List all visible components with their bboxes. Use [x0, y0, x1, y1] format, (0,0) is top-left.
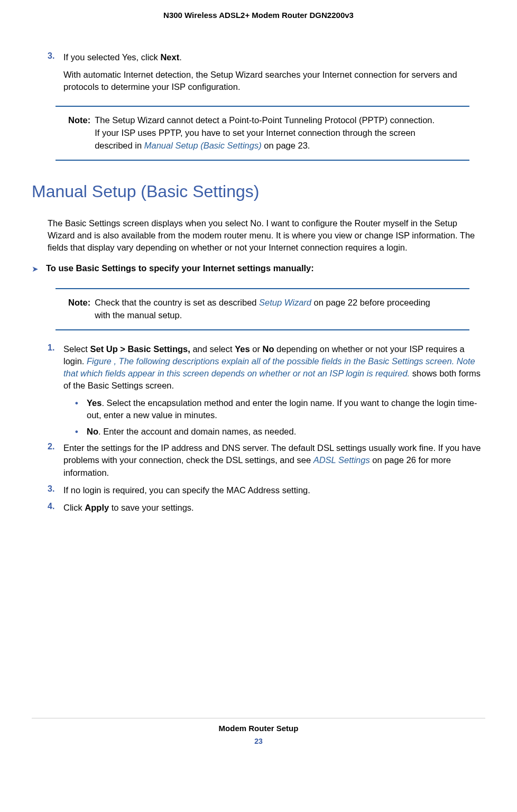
numbered-steps: 1. Select Set Up > Basic Settings, and s…	[32, 343, 485, 514]
step-marker: 4.	[48, 502, 54, 511]
task-heading: ➤ To use Basic Settings to specify your …	[32, 263, 485, 275]
text-fragment: to save your settings.	[109, 503, 194, 512]
link-setup-wizard[interactable]: Setup Wizard	[259, 298, 311, 307]
text-fragment: Select	[63, 344, 90, 354]
bullet-no: No. Enter the account and domain names, …	[75, 426, 485, 438]
arrow-icon: ➤	[32, 263, 39, 275]
text-bold: Next	[160, 52, 179, 62]
step-text: Enter the settings for the IP address an…	[63, 442, 485, 478]
text-fragment: .	[179, 52, 182, 62]
bullet-list: Yes. Select the encapsulation method and…	[63, 397, 485, 438]
note-block-2: Note: Check that the country is set as d…	[56, 288, 469, 330]
step-text: If no login is required, you can specify…	[63, 484, 485, 496]
step-marker: 1.	[48, 343, 54, 353]
step-3: 3. If no login is required, you can spec…	[48, 484, 485, 496]
text-fragment: on page 23.	[262, 141, 310, 150]
link-adsl-settings[interactable]: ADSL Settings	[313, 455, 370, 465]
text-bold: No	[87, 427, 98, 436]
footer-title: Modem Router Setup	[32, 724, 485, 733]
task-text: To use Basic Settings to specify your In…	[46, 263, 314, 273]
step-text: With automatic Internet detection, the S…	[63, 69, 485, 93]
text-fragment: or	[250, 344, 263, 354]
text-bold: No	[263, 344, 274, 354]
continuation-list: 3. If you selected Yes, click Next. With…	[32, 51, 485, 93]
text-bold: Apply	[85, 503, 109, 512]
bullet-yes: Yes. Select the encapsulation method and…	[75, 397, 485, 421]
section-intro: The Basic Settings screen displays when …	[48, 217, 485, 254]
step-3-prev: 3. If you selected Yes, click Next. With…	[48, 51, 485, 93]
text-bold: Yes	[87, 398, 101, 408]
text-bold: Yes	[235, 344, 250, 354]
note-block-1: Note: The Setup Wizard cannot detect a P…	[56, 106, 469, 161]
text-fragment: If you selected Yes, click	[63, 52, 160, 62]
page-footer: Modem Router Setup 23	[32, 718, 485, 745]
step-marker: 3.	[48, 484, 54, 494]
step-text: Click Apply to save your settings.	[63, 502, 485, 514]
note-text: The Setup Wizard cannot detect a Point-t…	[95, 114, 457, 152]
page-number: 23	[32, 737, 485, 745]
section-heading: Manual Setup (Basic Settings)	[32, 182, 485, 201]
step-4: 4. Click Apply to save your settings.	[48, 502, 485, 514]
text-fragment: . Enter the account and domain names, as…	[98, 427, 296, 436]
text-fragment: Click	[63, 503, 85, 512]
step-1: 1. Select Set Up > Basic Settings, and s…	[48, 343, 485, 438]
step-text: Select Set Up > Basic Settings, and sele…	[63, 343, 485, 392]
note-label: Note:	[68, 114, 90, 152]
step-marker: 3.	[48, 51, 54, 61]
text-fragment: and select	[190, 344, 235, 354]
text-fragment: Check that the country is set as describ…	[95, 298, 259, 307]
step-text: If you selected Yes, click Next.	[63, 51, 485, 63]
link-manual-setup[interactable]: Manual Setup (Basic Settings)	[144, 141, 262, 150]
note-label: Note:	[68, 297, 90, 322]
text-bold: Set Up > Basic Settings,	[90, 344, 190, 354]
note-text: Check that the country is set as describ…	[95, 297, 457, 322]
text-fragment: . Select the encapsulation method and en…	[87, 398, 477, 420]
step-marker: 2.	[48, 442, 54, 451]
step-2: 2. Enter the settings for the IP address…	[48, 442, 485, 478]
header-title: N300 Wireless ADSL2+ Modem Router DGN220…	[32, 11, 485, 20]
